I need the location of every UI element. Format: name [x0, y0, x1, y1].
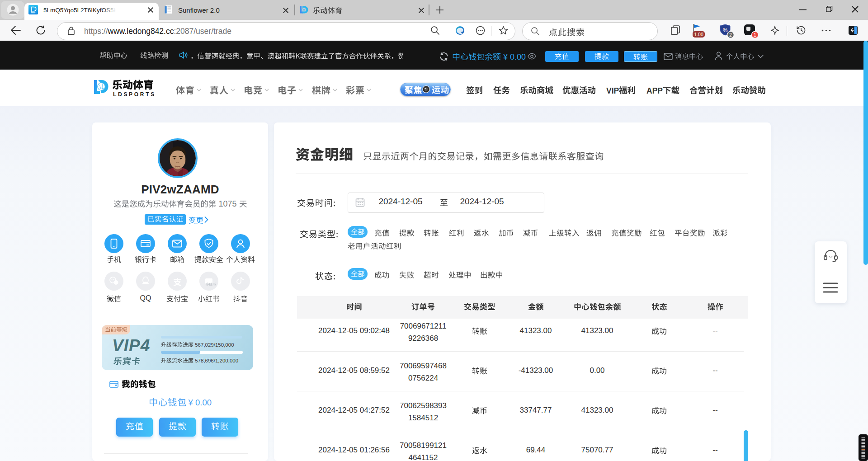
svg-text:1: 1 — [754, 32, 756, 38]
svg-text:%: % — [723, 27, 728, 33]
svg-text:1.00: 1.00 — [694, 32, 703, 37]
svg-text:2: 2 — [729, 32, 732, 38]
